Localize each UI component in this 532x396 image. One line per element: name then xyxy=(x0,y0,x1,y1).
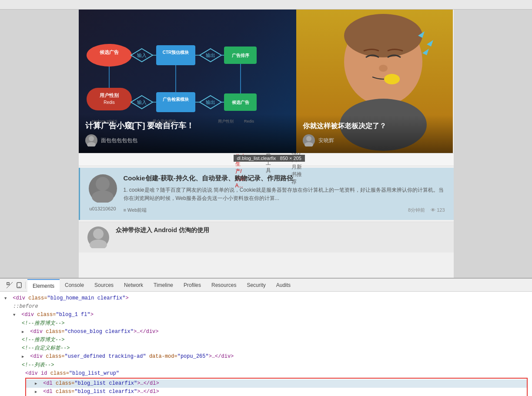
second-blog-preview[interactable]: 众神带你进入 Android 仿淘的使用 xyxy=(79,222,454,253)
cookie-post-tag[interactable]: ≡ Web前端 xyxy=(124,207,147,213)
devtools-tab-bar: Elements Console Sources Network Timelin… xyxy=(0,279,532,292)
tab-resources[interactable]: Resources xyxy=(206,279,241,292)
tree-dl-2[interactable]: <dl class="blog_list clearfix">…</dl> xyxy=(26,388,527,396)
card-right-author-name: 安晓辉 xyxy=(318,137,334,144)
inspector-selector: dl.blog_list.clearfix xyxy=(237,156,276,161)
svg-point-36 xyxy=(89,136,94,141)
tree-div-user-defined[interactable]: <div class="user_defined tracking-ad" da… xyxy=(4,353,528,361)
svg-point-49 xyxy=(304,142,313,146)
svg-text:候选广告: 候选广告 xyxy=(99,50,119,55)
svg-rect-54 xyxy=(7,283,9,285)
svg-text:Redis: Redis xyxy=(104,100,115,105)
tab-profiles[interactable]: Profiles xyxy=(178,279,206,292)
card-left-title: 计算广告小窥[下] 要啥自行车！ xyxy=(85,120,290,131)
devtools-select-icon[interactable] xyxy=(6,282,13,289)
svg-text:CTR预估模块: CTR预估模块 xyxy=(162,50,189,55)
svg-point-53 xyxy=(90,240,107,248)
center-column: 候选广告 输入 CTR预估模块 输出 xyxy=(79,10,454,278)
svg-text:广告检索模块: 广告检索模块 xyxy=(162,97,189,102)
expand-root[interactable] xyxy=(4,294,9,303)
svg-point-51 xyxy=(92,190,114,203)
svg-text:广告排序: 广告排序 xyxy=(231,53,250,58)
tab-network[interactable]: Network xyxy=(119,279,148,292)
flow-diagram: 候选广告 输入 CTR预估模块 输出 xyxy=(83,31,292,127)
html-tree: <div class="blog_home_main clearfix"> ::… xyxy=(0,292,532,396)
second-post-avatar xyxy=(87,226,109,248)
cookie-blog-post[interactable]: u013210620 Cookie创建-获取-持久化、自动登录、购物记录、作用路… xyxy=(79,168,454,220)
tree-comment-recommend2: <!--推荐博文--> xyxy=(4,336,528,344)
tab-console[interactable]: Console xyxy=(60,279,89,292)
svg-text:输入: 输入 xyxy=(137,53,147,58)
svg-text:候选广告: 候选广告 xyxy=(231,100,250,105)
card-right-author-row: 安晓辉 xyxy=(303,134,446,146)
svg-text:输入: 输入 xyxy=(137,100,147,105)
svg-point-41 xyxy=(379,65,388,72)
svg-point-40 xyxy=(344,14,422,57)
cookie-post-avatar-section: u013210620 xyxy=(89,174,117,213)
cookie-post-meta: ≡ Web前端 8分钟前 👁 123 xyxy=(124,207,445,213)
svg-point-57 xyxy=(19,286,20,287)
svg-rect-4 xyxy=(156,45,195,65)
browser-top-bar xyxy=(0,0,532,10)
tab-elements[interactable]: Elements xyxy=(27,279,60,292)
expand-choose-blog[interactable] xyxy=(22,328,26,336)
expand-dl-1[interactable] xyxy=(35,379,39,388)
cookie-post-title[interactable]: Cookie创建-获取-持久化、自动登录、购物记录、作用路径 xyxy=(124,174,445,183)
svg-text:输出: 输出 xyxy=(206,53,215,58)
card-left-avatar xyxy=(85,134,97,146)
second-post-title: 众神带你进入 Android 仿淘的使用 xyxy=(116,226,209,234)
card-left-author-row: 面包包包包包包 xyxy=(85,134,290,146)
devtools-icon-bar xyxy=(3,282,26,289)
svg-text:用户性别: 用户性别 xyxy=(99,93,119,98)
page-wrapper: 候选广告 输入 CTR预估模块 输出 xyxy=(0,10,532,278)
devtools-panel: Elements Console Sources Network Timelin… xyxy=(0,278,532,396)
cookie-post-content: Cookie创建-获取-持久化、自动登录、购物记录、作用路径 1. cookie… xyxy=(124,174,445,213)
cookie-post-username: u013210620 xyxy=(89,206,116,211)
dl-highlighted-group: <dl class="blog_list clearfix">…</dl> <d… xyxy=(25,378,528,396)
tree-div-choose-blog[interactable]: <div class="choose_blog clearfix">…</div… xyxy=(4,328,528,336)
svg-rect-14 xyxy=(87,88,132,110)
card-right[interactable]: 你就这样被坏老板决定了？ 安晓辉 xyxy=(296,10,453,153)
devtools-mobile-icon[interactable] xyxy=(16,282,23,289)
expand-user-defined[interactable] xyxy=(22,353,26,361)
tree-dl-1[interactable]: <dl class="blog_list clearfix">…</dl> xyxy=(26,379,527,388)
tab-sources[interactable]: Sources xyxy=(89,279,119,292)
tab-audits[interactable]: Audits xyxy=(271,279,296,292)
svg-point-42 xyxy=(384,74,400,84)
svg-line-55 xyxy=(7,282,13,288)
cookie-post-time-views: 8分钟前 👁 123 xyxy=(408,207,445,213)
content-area: 候选广告 输入 CTR预估模块 输出 xyxy=(0,10,532,278)
tag-div-main: <div xyxy=(13,295,25,301)
expand-blog1[interactable] xyxy=(13,311,17,319)
tree-comment-list: <!--列表--> xyxy=(4,361,528,369)
svg-text:输出: 输出 xyxy=(206,100,215,105)
cookie-post-avatar xyxy=(89,174,117,203)
tree-div-blog1[interactable]: <div class="blog_1 fl"> xyxy=(4,311,528,319)
cards-row: 候选广告 输入 CTR预估模块 输出 xyxy=(79,10,453,153)
svg-point-48 xyxy=(306,136,311,141)
cookie-post-views-icon: 👁 xyxy=(431,207,435,213)
svg-point-37 xyxy=(87,142,96,146)
tree-before-line[interactable]: ::before xyxy=(4,303,528,311)
tree-comment-recommend1: <!--推荐博文--> xyxy=(4,319,528,328)
tab-security[interactable]: Security xyxy=(241,279,271,292)
main-content: 候选广告 输入 CTR预估模块 输出 xyxy=(0,10,532,396)
svg-point-0 xyxy=(87,44,132,67)
card-left-author-name: 面包包包包包包 xyxy=(101,137,137,144)
tree-root-line[interactable]: <div class="blog_home_main clearfix"> xyxy=(4,294,528,303)
cookie-post-time: 8分钟前 xyxy=(408,207,425,213)
card-left[interactable]: 候选广告 输入 CTR预估模块 输出 xyxy=(79,10,296,153)
inspector-dimensions: 850 × 205 xyxy=(280,156,301,161)
tree-div-blog-list-wrap[interactable]: <div id class="blog_list_wrup" xyxy=(4,369,528,378)
card-right-overlay: 你就这样被坏老板决定了？ 安晓辉 xyxy=(296,115,453,153)
cookie-post-views: 123 xyxy=(437,207,445,213)
card-right-title: 你就这样被坏老板决定了？ xyxy=(303,122,446,131)
cookie-post-excerpt: 1. cookie是啥？随手百度了网友的说说 简单的说，Cookie就是服务器暂… xyxy=(124,186,445,203)
svg-rect-19 xyxy=(156,92,195,112)
expand-dl-2[interactable] xyxy=(35,388,39,396)
tab-timeline[interactable]: Timeline xyxy=(148,279,178,292)
card-right-avatar xyxy=(303,134,315,146)
svg-point-52 xyxy=(93,229,104,239)
inspector-tooltip: dl.blog_list.clearfix 850 × 205 xyxy=(234,155,305,162)
card-left-overlay: 计算广告小窥[下] 要啥自行车！ 面包包包包包包 xyxy=(79,114,296,153)
